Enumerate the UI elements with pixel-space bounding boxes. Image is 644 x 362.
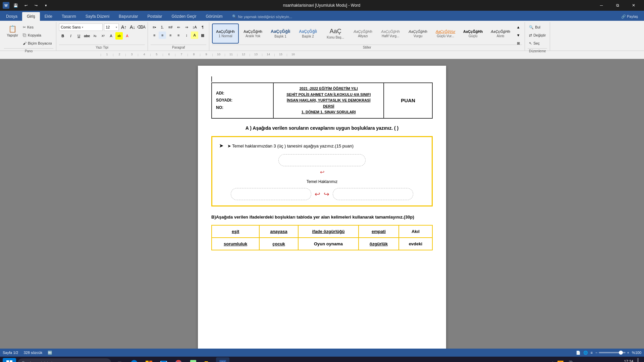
- word-taskbar-icon[interactable]: W: [216, 357, 229, 362]
- tab-ekle[interactable]: Ekle: [40, 12, 57, 21]
- select-button[interactable]: ↖Seç: [528, 40, 541, 47]
- zoom-out-button[interactable]: −: [595, 351, 597, 355]
- weather-info[interactable]: 🌧 16°C Hafif yağmur: [576, 361, 612, 362]
- document-page[interactable]: ADI: SOYADI: NO: 2021 -2022 EĞİTİM ÖĞRET…: [198, 66, 446, 349]
- decrease-font-button[interactable]: A↓: [129, 23, 136, 31]
- bottom-right-oval[interactable]: [333, 188, 413, 200]
- style-subtitle[interactable]: AaÇçĞğHh Altyazı: [350, 23, 376, 44]
- tab-tasarim[interactable]: Tasarım: [57, 12, 81, 21]
- ribbon-group-pano: 📋 Yapıştır ✂Kes ⿻Kopyala 🖌Biçim Boyacısı…: [1, 22, 56, 51]
- border-button[interactable]: ▦: [199, 32, 206, 39]
- style-no-spacing[interactable]: AaÇçĞğHh Aralık Yok: [239, 23, 266, 44]
- text-color-button[interactable]: A: [107, 32, 115, 40]
- bottom-left-oval[interactable]: [231, 188, 311, 200]
- clock[interactable]: 17:24 29.11.2021: [615, 359, 633, 362]
- cut-button[interactable]: ✂Kes: [21, 23, 53, 31]
- tab-gozden-gecir[interactable]: Gözden Geçir: [167, 12, 201, 21]
- undo-qat-button[interactable]: ↩: [22, 2, 30, 9]
- styles-more[interactable]: ⊞: [515, 40, 522, 45]
- chrome-taskbar-icon[interactable]: [172, 357, 185, 362]
- close-button[interactable]: ✕: [626, 0, 641, 11]
- style-strong[interactable]: AaÇçĞğHh Güçlü: [460, 23, 486, 44]
- line-spacing-button[interactable]: ↕: [183, 32, 190, 39]
- paragraph-label: Paragraf: [151, 45, 206, 51]
- increase-font-button[interactable]: A↑: [120, 23, 127, 31]
- tab-giris[interactable]: Giriş: [22, 12, 40, 21]
- bold-button[interactable]: B: [59, 32, 66, 40]
- task-view-button[interactable]: ⊞: [113, 357, 126, 362]
- save-qat-button[interactable]: 💾: [12, 2, 19, 9]
- restore-button[interactable]: ⧉: [610, 0, 625, 11]
- diagram-container: ↩ Temel Haklarımız ↩ ↪: [219, 154, 425, 200]
- document-area[interactable]: ADI: SOYADI: NO: 2021 -2022 EĞİTİM ÖĞRET…: [0, 59, 644, 349]
- font-size-selector[interactable]: 12 ▾: [104, 23, 119, 31]
- view-outline-button[interactable]: ≡: [591, 351, 593, 355]
- strikethrough-button[interactable]: abc: [83, 32, 91, 40]
- notepadpp-taskbar-icon[interactable]: N++: [186, 357, 200, 362]
- style-subtle-emphasis[interactable]: AaÇçĞğHh Hafif Vurg...: [377, 23, 404, 44]
- status-right: 📄 🌐 ≡ − + %100: [576, 351, 641, 355]
- decrease-indent-button[interactable]: ⇐: [175, 23, 182, 31]
- style-heading2[interactable]: AaÇçĞğİi Başlık 2: [294, 23, 321, 44]
- zoom-in-button[interactable]: +: [627, 351, 629, 355]
- style-heading1[interactable]: AaÇçĞğİi Başlık 1: [267, 23, 294, 44]
- highlight-button[interactable]: ab: [115, 32, 123, 40]
- font-name-selector[interactable]: Comic Sans ▾: [59, 23, 103, 31]
- tab-dosya[interactable]: Dosya: [1, 12, 22, 21]
- align-center-button[interactable]: ≡: [159, 32, 166, 39]
- show-marks-button[interactable]: ¶: [199, 23, 206, 31]
- styles-scroll-up[interactable]: ▲: [515, 23, 522, 31]
- arrow-right-curved: ↪: [324, 190, 329, 198]
- underline-button[interactable]: U: [75, 32, 83, 40]
- view-print-button[interactable]: 📄: [576, 351, 581, 355]
- copy-button[interactable]: ⿻Kopyala: [21, 32, 53, 39]
- subscript-button[interactable]: X₂: [91, 32, 99, 40]
- mail-taskbar-icon[interactable]: [157, 357, 170, 362]
- style-emphasis[interactable]: AaÇçĞğHh Vurgu: [405, 23, 431, 44]
- justify-button[interactable]: ≡: [175, 32, 182, 39]
- style-quote[interactable]: AaÇçĞğHh Alıntı: [487, 23, 514, 44]
- tab-sayfa-duzeni[interactable]: Sayfa Düzeni: [81, 12, 114, 21]
- paste-button[interactable]: 📋 Yapıştır: [4, 23, 21, 39]
- tab-gorunum[interactable]: Görünüm: [201, 12, 227, 21]
- customize-qat-button[interactable]: ▾: [42, 2, 50, 9]
- explorer-taskbar-icon[interactable]: [142, 357, 156, 362]
- tab-postalar[interactable]: Postalar: [143, 12, 167, 21]
- share-button[interactable]: 🔗 Paylaş: [616, 12, 643, 21]
- italic-button[interactable]: I: [67, 32, 74, 40]
- style-title[interactable]: AaÇ Konu Baş...: [322, 23, 349, 44]
- view-web-button[interactable]: 🌐: [583, 351, 588, 355]
- volume-icon[interactable]: 🔊: [567, 360, 573, 362]
- shading-button[interactable]: A: [191, 32, 198, 39]
- top-answer-oval[interactable]: [278, 154, 366, 166]
- styles-scroll-down[interactable]: ▼: [515, 32, 522, 39]
- multilevel-button[interactable]: ≡#: [167, 23, 174, 31]
- style-intense-emphasis[interactable]: AaÇçĞğVur Güçlü Vur...: [432, 23, 459, 44]
- redo-qat-button[interactable]: ↪: [32, 2, 40, 9]
- clear-format-button[interactable]: ⌫A: [138, 23, 145, 31]
- show-desktop-button[interactable]: [637, 358, 639, 362]
- start-button[interactable]: [3, 358, 16, 362]
- edge-taskbar-icon[interactable]: [127, 357, 141, 362]
- align-right-button[interactable]: ≡: [167, 32, 174, 39]
- superscript-button[interactable]: X²: [99, 32, 107, 40]
- style-normal[interactable]: AaÇçĞğHh 1 Normal: [212, 23, 239, 44]
- align-left-button[interactable]: ≡: [151, 32, 158, 39]
- find-button[interactable]: 🔍Bul: [528, 23, 542, 31]
- taskbar-search[interactable]: 🔍 Aramak için buraya yazın: [17, 358, 111, 362]
- bullets-button[interactable]: ≡•: [151, 23, 158, 31]
- search-ribbon[interactable]: 🔍Ne yapmak istediğinizi söyleyin...: [227, 12, 297, 21]
- sort-button[interactable]: ↕A: [191, 23, 198, 31]
- format-painter-button[interactable]: 🖌Biçim Boyacısı: [21, 40, 53, 47]
- tab-basvurular[interactable]: Başvurular: [114, 12, 143, 21]
- zoom-slider[interactable]: [599, 352, 626, 353]
- question1-box[interactable]: ➤ ➤ Temel haklarımızdan 3 (üç ) tanesini…: [211, 136, 433, 206]
- folder-taskbar-icon[interactable]: [201, 357, 215, 362]
- font-color-button[interactable]: A: [123, 32, 131, 40]
- network-icon[interactable]: 📶: [557, 360, 564, 362]
- zoom-control[interactable]: − +: [595, 351, 629, 355]
- increase-indent-button[interactable]: ⇒: [183, 23, 190, 31]
- numbering-button[interactable]: 1.: [159, 23, 166, 31]
- minimize-button[interactable]: ─: [594, 0, 609, 11]
- replace-button[interactable]: ⇄Değiştir: [528, 32, 547, 39]
